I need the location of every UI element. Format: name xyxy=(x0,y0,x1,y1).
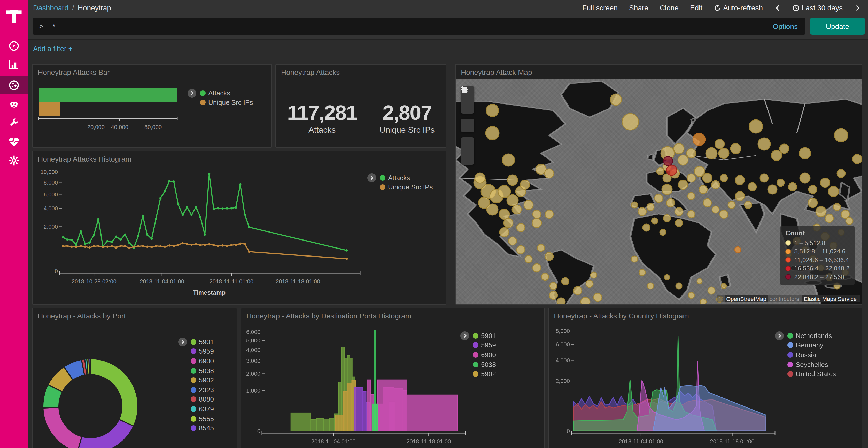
attack-bubble[interactable] xyxy=(663,215,671,222)
attack-bubble[interactable] xyxy=(706,148,717,159)
attack-bubble[interactable] xyxy=(562,278,569,285)
attack-bubble[interactable] xyxy=(697,279,702,284)
attack-bubble[interactable] xyxy=(586,280,593,287)
attack-bubble[interactable] xyxy=(517,246,525,254)
attack-bubble[interactable] xyxy=(520,180,530,189)
attack-bubble[interactable] xyxy=(728,201,735,208)
attack-bubble[interactable] xyxy=(808,198,817,207)
elastic-maps-service-link[interactable]: Elastic Maps Service xyxy=(802,295,858,303)
legend-item[interactable]: 8080 xyxy=(191,394,214,404)
attack-bubble[interactable] xyxy=(788,183,797,191)
attack-bubble[interactable] xyxy=(749,120,763,133)
attack-bubble[interactable] xyxy=(591,272,597,278)
time-forward-button[interactable] xyxy=(854,4,861,11)
attack-bubble[interactable] xyxy=(841,210,849,218)
attack-bubble[interactable] xyxy=(688,193,695,200)
attack-bubble[interactable] xyxy=(825,214,833,222)
attack-bubble[interactable] xyxy=(768,185,777,194)
attack-bubble[interactable] xyxy=(662,184,672,195)
attack-bubble[interactable] xyxy=(507,195,518,206)
attack-bubble[interactable] xyxy=(486,104,499,117)
sidebar-item-discover[interactable] xyxy=(0,37,28,55)
attack-bubble[interactable] xyxy=(532,218,541,228)
attack-bubble[interactable] xyxy=(549,291,557,299)
attack-bubble[interactable] xyxy=(657,168,664,175)
attack-bubble[interactable] xyxy=(687,149,696,158)
legend-item[interactable]: 5901 xyxy=(191,337,214,347)
legend-item[interactable]: 2323 xyxy=(191,385,214,394)
attack-bubble[interactable] xyxy=(688,292,694,298)
attack-bubble[interactable] xyxy=(622,113,639,130)
draw-polygon-button[interactable] xyxy=(461,137,474,151)
donut-slice-5901[interactable] xyxy=(90,359,138,426)
attack-bubble[interactable] xyxy=(675,207,683,216)
donut-slice-6900[interactable] xyxy=(43,408,82,448)
donut-slice-8545[interactable] xyxy=(89,359,90,375)
attack-bubble[interactable] xyxy=(524,200,533,210)
legend-item[interactable]: Germany xyxy=(787,340,836,350)
attack-bubble[interactable] xyxy=(833,203,841,211)
attack-bubble[interactable] xyxy=(719,148,729,159)
legend-item[interactable]: Attacks xyxy=(200,88,253,98)
legend-item[interactable]: 5959 xyxy=(191,347,214,356)
attack-bubble[interactable] xyxy=(545,210,553,218)
world-map[interactable]: Count 1 – 5,512.85,512.8 – 11,024.611,02… xyxy=(456,79,862,304)
attack-bubble[interactable] xyxy=(594,293,602,302)
attack-bubble[interactable] xyxy=(475,173,485,183)
legend-item[interactable]: 5038 xyxy=(191,366,214,376)
attack-bubble[interactable] xyxy=(715,139,724,149)
attack-bubble[interactable] xyxy=(852,154,862,164)
attack-bubble[interactable] xyxy=(735,175,745,185)
sidebar-item-monitoring[interactable] xyxy=(0,133,28,151)
attack-bubble[interactable] xyxy=(799,148,811,159)
attack-bubble[interactable] xyxy=(777,179,784,186)
attack-bubble[interactable] xyxy=(525,255,532,263)
attack-bubble[interactable] xyxy=(834,129,848,142)
attack-bubble[interactable] xyxy=(533,210,541,218)
attack-bubble[interactable] xyxy=(581,297,590,304)
sidebar-item-management[interactable] xyxy=(0,151,28,170)
attack-bubble[interactable] xyxy=(655,194,663,202)
query-options-link[interactable]: Options xyxy=(773,18,798,35)
edit-button[interactable]: Edit xyxy=(690,4,703,12)
legend-expander-icon[interactable] xyxy=(460,331,469,340)
attack-bubble[interactable] xyxy=(694,166,705,176)
attack-bubble[interactable] xyxy=(574,286,582,295)
attack-bubble[interactable] xyxy=(721,283,726,288)
sidebar-item-dashboard[interactable] xyxy=(0,76,28,95)
attack-bubble[interactable] xyxy=(760,174,768,182)
attack-bubble[interactable] xyxy=(809,185,817,194)
attack-bubble[interactable] xyxy=(550,282,557,289)
attack-bubble[interactable] xyxy=(631,256,638,262)
attack-bubble[interactable] xyxy=(758,138,770,150)
sidebar-item-devtools[interactable] xyxy=(0,114,28,133)
legend-item[interactable]: 5959 xyxy=(473,340,496,350)
auto-refresh-button[interactable]: Auto-refresh xyxy=(714,4,763,12)
attack-bubble[interactable] xyxy=(735,192,745,201)
attack-bubble[interactable] xyxy=(517,223,525,232)
attack-bubble[interactable] xyxy=(703,199,711,207)
attack-bubble[interactable] xyxy=(660,229,666,235)
attack-bubble[interactable] xyxy=(512,205,521,214)
legend-item[interactable]: Unique Src IPs xyxy=(380,182,433,192)
attack-bubble[interactable] xyxy=(487,204,498,215)
legend-item[interactable]: Netherlands xyxy=(787,331,836,340)
legend-item[interactable]: 5555 xyxy=(191,414,214,423)
attack-bubble[interactable] xyxy=(652,218,658,224)
telekom-logo[interactable] xyxy=(4,4,24,27)
attack-bubble[interactable] xyxy=(745,201,752,208)
attack-bubble[interactable] xyxy=(663,157,673,166)
legend-item[interactable]: Unique Src IPs xyxy=(200,98,253,107)
attack-bubble[interactable] xyxy=(545,169,554,178)
breadcrumb-dashboard-link[interactable]: Dashboard xyxy=(33,4,68,12)
attack-bubble[interactable] xyxy=(675,219,683,227)
attack-bubble[interactable] xyxy=(666,199,675,207)
dest-ports-bar-chart[interactable]: 01,0002,0003,0004,0005,0006,0002018-11-0… xyxy=(241,321,544,448)
attack-bubble[interactable] xyxy=(693,133,705,145)
attack-bubble[interactable] xyxy=(703,173,712,183)
openstreetmap-link[interactable]: OpenStreetMap xyxy=(724,295,768,303)
sidebar-item-visualize[interactable] xyxy=(0,55,28,74)
legend-item[interactable]: 5901 xyxy=(473,331,496,340)
legend-item[interactable]: Attacks xyxy=(380,173,433,182)
fit-bounds-button[interactable] xyxy=(461,119,474,132)
